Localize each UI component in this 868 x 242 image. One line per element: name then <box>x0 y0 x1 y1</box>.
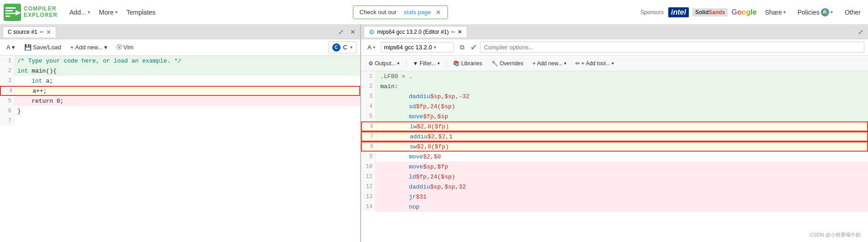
right-area: Sponsors intel SolidSands Google Share ▾… <box>640 6 864 19</box>
top-nav: COMPILER EXPLORER Add... ▾ More ▾ Templa… <box>0 0 868 25</box>
overrides-button[interactable]: 🔧 Overrides <box>488 59 527 68</box>
font-size-button[interactable]: A ▾ <box>4 42 18 52</box>
line-content-3[interactable]: int a; <box>15 76 360 86</box>
code-editor[interactable]: 1 /* Type your code here, or load an exa… <box>0 56 360 242</box>
asm-output[interactable]: 1 .LFB0 = . 2 main: 3 daddiu $sp,$sp,-32… <box>361 71 868 242</box>
asm-ld: ld <box>380 174 416 180</box>
asm-num-11: 11 <box>361 172 376 182</box>
other-button[interactable]: Other <box>841 6 864 18</box>
policies-notification-badge: 🔔 <box>821 8 829 16</box>
filter-arrow-icon: ▾ <box>437 61 440 66</box>
filter-button[interactable]: ▼ Filter... ▾ <box>409 59 443 68</box>
asm-content-12: daddiu $sp,$sp,32 <box>376 182 868 192</box>
compiler-toolbar: A ▾ mips64 gcc 13.2.0 ▾ ⧉ ✔ <box>361 39 868 56</box>
libraries-label: Libraries <box>461 60 482 67</box>
overrides-label: Overrides <box>500 60 523 67</box>
share-button[interactable]: Share ▾ <box>761 6 789 18</box>
compile-success-icon: ✔ <box>470 42 477 53</box>
asm-line-12: 12 daddiu $sp,$sp,32 <box>361 182 868 192</box>
notification-bar: Check out our stats page ✕ <box>353 5 448 19</box>
sponsor-logos: intel SolidSands Google <box>668 7 756 17</box>
line-content-2[interactable]: int main(){ <box>15 66 360 76</box>
asm-line-11: 11 ld $fp,24($sp) <box>361 172 868 182</box>
code-line-7: 7 <box>0 116 360 126</box>
asm-num-6: 6 <box>362 122 377 131</box>
close-notification-icon[interactable]: ✕ <box>436 9 441 16</box>
line-content-6[interactable]: } <box>15 106 360 116</box>
add-tool-button[interactable]: ✏ + Add tool... ▾ <box>572 59 618 68</box>
add-new-button[interactable]: + Add new... ▾ <box>68 42 110 52</box>
open-new-window-button[interactable]: ⧉ <box>457 42 468 53</box>
output-button[interactable]: ⚙ Output... ▾ <box>365 59 403 68</box>
filter-label: Filter... <box>420 60 436 67</box>
asm-content-8: sw $2,0($fp) <box>377 142 867 151</box>
line-number-1: 1 <box>0 56 15 66</box>
svg-rect-1 <box>5 7 16 9</box>
divider-2 <box>446 59 447 68</box>
add-new-label: + Add new... <box>70 44 103 51</box>
language-selector[interactable]: C C ▾ <box>328 42 357 53</box>
save-load-button[interactable]: 💾 Save/Load <box>21 42 64 52</box>
compiler-tab-label: mips64 gcc 13.2.0 (Editor #1) <box>377 29 449 35</box>
font-arrow-icon: ▾ <box>12 44 15 51</box>
source-tab[interactable]: C source #1 ✏ ✕ <box>3 26 56 37</box>
compiler-tab-close-icon[interactable]: ✕ <box>458 29 462 35</box>
compiler-dropdown-icon: ▾ <box>434 45 436 50</box>
right-expand-button[interactable]: ⤢ <box>856 27 865 37</box>
c-language-icon: C <box>332 43 341 52</box>
vim-button[interactable]: ⓥ Vim <box>114 42 136 53</box>
asm-num-5: 5 <box>361 111 376 121</box>
close-panel-button[interactable]: ✕ <box>348 27 357 37</box>
add-button[interactable]: Add... ▾ <box>65 6 95 19</box>
asm-content-1: .LFB0 = . <box>376 71 868 81</box>
policies-button[interactable]: Policies 🔔 ▾ <box>794 6 836 19</box>
asm-reg-2-0-fp-2: $2,0($fp) <box>417 143 449 150</box>
asm-daddiu-1: daddiu <box>380 93 430 100</box>
tab-close-icon[interactable]: ✕ <box>46 29 51 36</box>
compiler-tab[interactable]: ⚙ mips64 gcc 13.2.0 (Editor #1) ✏ ✕ <box>364 26 467 37</box>
asm-reg-sp-sp-32: $sp,$sp,-32 <box>430 93 469 100</box>
templates-button[interactable]: Templates <box>122 6 160 19</box>
asm-lw: lw <box>381 123 417 130</box>
code-type-int-a: int <box>32 78 42 84</box>
compiler-options-input[interactable] <box>480 42 864 53</box>
asm-move-2: move <box>380 153 423 160</box>
code-type-int: int <box>17 68 28 74</box>
save-icon: 💾 <box>24 44 32 51</box>
compiler-selector[interactable]: mips64 gcc 13.2.0 ▾ <box>381 42 454 53</box>
line-number-5: 5 <box>0 96 15 106</box>
asm-sw: sw <box>381 143 417 150</box>
logo-icon <box>4 4 21 21</box>
asm-num-1: 1 <box>361 71 376 81</box>
left-tab-bar: C source #1 ✏ ✕ ⤢ ✕ <box>0 25 360 39</box>
output-add-new-button[interactable]: + Add new... ▾ <box>529 59 570 68</box>
asm-reg-fp-sp: $fp,$sp <box>423 113 448 120</box>
solidands-logo: SolidSands <box>692 8 728 16</box>
logo[interactable]: COMPILER EXPLORER <box>4 4 58 21</box>
line-content-5[interactable]: return 0; <box>15 96 360 106</box>
asm-num-2: 2 <box>361 81 376 91</box>
divider-1 <box>406 59 406 68</box>
asm-line-6: 6 lw $2,0($fp) <box>361 121 868 132</box>
line-number-2: 2 <box>0 66 15 76</box>
code-indent <box>17 78 32 84</box>
expand-button[interactable]: ⤢ <box>336 27 346 37</box>
asm-content-10: move $sp,$fp <box>376 162 868 172</box>
asm-line-7: 7 addiu $2,$2,1 <box>361 132 868 142</box>
lang-dropdown-icon: ▾ <box>350 45 352 50</box>
line-content-4[interactable]: a++; <box>16 87 359 95</box>
logo-explorer: EXPLORER <box>24 12 58 18</box>
line-content-1[interactable]: /* Type your code here, or load an examp… <box>15 56 360 66</box>
compiler-tab-edit-icon[interactable]: ✏ <box>451 29 455 35</box>
source-tab-label: C source #1 <box>8 29 37 35</box>
compiler-font-arrow-icon: ▾ <box>373 45 375 50</box>
more-button[interactable]: More ▾ <box>95 6 122 19</box>
compiler-font-button[interactable]: A ▾ <box>365 42 378 52</box>
asm-line-10: 10 move $sp,$fp <box>361 162 868 172</box>
line-content-7[interactable] <box>15 116 360 126</box>
share-label: Share <box>765 9 782 16</box>
libraries-button[interactable]: 📚 Libraries <box>449 59 486 68</box>
asm-daddiu-2: daddiu <box>380 184 430 190</box>
tab-edit-icon[interactable]: ✏ <box>40 29 44 35</box>
stats-link[interactable]: stats page <box>404 9 431 16</box>
